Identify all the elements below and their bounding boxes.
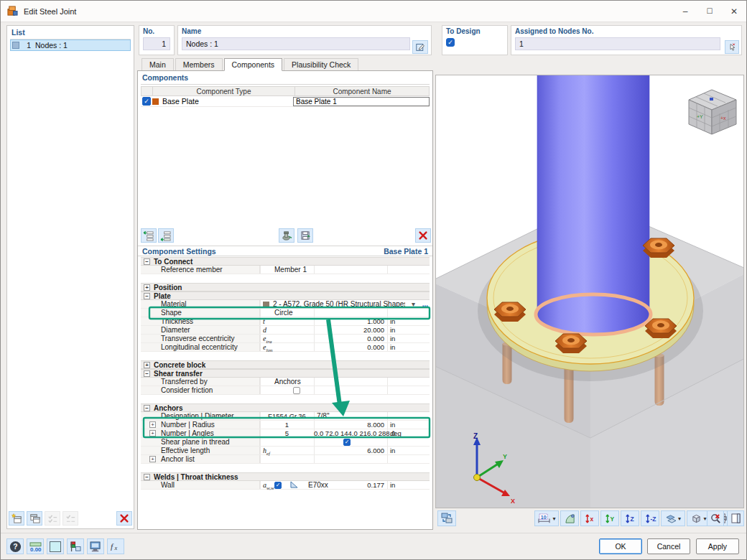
- import-component-button[interactable]: [279, 228, 294, 243]
- navigation-cube[interactable]: +Y +x: [689, 90, 736, 134]
- settings-row-longitudinal-eccentricity[interactable]: Longitudinal eccentricityelon0.000in: [141, 343, 430, 352]
- assigned-nodes-field[interactable]: 1: [515, 37, 720, 50]
- list-item[interactable]: 1Nodes : 1: [10, 39, 131, 51]
- settings-row-wall[interactable]: Wallaw,w✓E70xx0.177in: [141, 481, 430, 490]
- collapse-icon[interactable]: −: [144, 258, 150, 265]
- settings-row-consider-friction[interactable]: Consider friction: [141, 386, 430, 395]
- title-bar[interactable]: Edit Steel Joint – ☐ ✕: [1, 1, 746, 22]
- settings-row-plate[interactable]: −Plate: [141, 291, 430, 300]
- settings-row-effective-length[interactable]: Effective lengthhef6.000in: [141, 447, 430, 455]
- settings-row-material[interactable]: Material2 - A572, Grade 50 (HR Structura…: [141, 300, 430, 309]
- component-checkbox[interactable]: ✓: [142, 97, 151, 106]
- tab-main[interactable]: Main: [141, 58, 174, 71]
- view-direction-button[interactable]: ▾: [661, 510, 685, 526]
- settings-value[interactable]: 0.0 72.0 144.0 216.0 288.0: [314, 429, 384, 438]
- settings-value-text[interactable]: Anchors: [274, 378, 301, 386]
- collapse-icon[interactable]: −: [144, 405, 150, 411]
- tab-members[interactable]: Members: [175, 58, 223, 71]
- new-joint-button[interactable]: [9, 511, 24, 526]
- wall-weld-checkbox[interactable]: ✓: [274, 482, 282, 489]
- settings-value-2[interactable]: 7/8": [317, 412, 329, 421]
- settings-mid-value[interactable]: 1: [260, 421, 314, 429]
- settings-row-welds-throat-thickness[interactable]: −Welds | Throat thickness: [141, 472, 430, 481]
- render-sync-button[interactable]: [437, 510, 456, 526]
- settings-row-shear-plane-in-thread[interactable]: Shear plane in thread✓: [141, 438, 430, 447]
- settings-value-text[interactable]: Circle: [274, 309, 293, 317]
- tab-plausibility-check[interactable]: Plausibility Check: [284, 58, 358, 71]
- insert-component-button[interactable]: [141, 228, 157, 243]
- settings-row-anchor-list[interactable]: +Anchor list: [141, 455, 430, 464]
- settings-mid-value[interactable]: F1554 Gr.36: [260, 412, 314, 421]
- component-row[interactable]: ✓Base PlateBase Plate 1: [141, 96, 430, 107]
- view-minus-x-button[interactable]: x: [580, 510, 599, 526]
- settings-row-transferred-by[interactable]: Transferred byAnchors: [141, 378, 430, 386]
- settings-row-transverse-eccentricity[interactable]: Transverse eccentricityetra0.000in: [141, 335, 430, 343]
- settings-row-thickness[interactable]: Thicknesst1.000in: [141, 317, 430, 326]
- expand-icon[interactable]: +: [149, 421, 156, 428]
- panel-toggle-button[interactable]: [727, 510, 744, 526]
- comment-button[interactable]: [47, 538, 64, 554]
- settings-row-concrete-block[interactable]: +Concrete block: [141, 360, 430, 369]
- add-component-button[interactable]: [158, 228, 174, 243]
- expand-icon[interactable]: +: [149, 430, 156, 437]
- delete-joint-button[interactable]: [116, 511, 132, 526]
- to-design-checkbox[interactable]: ✓: [446, 38, 455, 47]
- standard-button[interactable]: [67, 538, 84, 554]
- chevron-down-icon[interactable]: ▾: [412, 300, 415, 309]
- settings-row-to-connect[interactable]: −To Connect: [141, 257, 430, 266]
- settings-value[interactable]: 0.000: [314, 335, 384, 343]
- settings-row-anchors[interactable]: −Anchors: [141, 403, 430, 412]
- settings-row-designation-diameter[interactable]: Designation | DiameterF1554 Gr.367/8": [141, 412, 430, 421]
- expand-icon[interactable]: +: [144, 284, 150, 291]
- settings-mid-value[interactable]: 5: [260, 429, 314, 438]
- material-select[interactable]: 2 - A572, Grade 50 (HR Structural Shapes…: [273, 300, 405, 309]
- collapse-icon[interactable]: −: [144, 370, 150, 377]
- help-button[interactable]: ?: [6, 538, 24, 554]
- settings-value[interactable]: 1.000: [314, 317, 384, 326]
- joint-list[interactable]: 1Nodes : 1: [10, 39, 131, 508]
- formula-button[interactable]: fx: [107, 538, 124, 554]
- settings-value[interactable]: 8.000: [314, 421, 384, 429]
- settings-row-number-angles[interactable]: +Number | Angles50.0 72.0 144.0 216.0 28…: [141, 429, 430, 438]
- angle-display-button[interactable]: [560, 510, 579, 526]
- settings-row-position[interactable]: +Position: [141, 283, 430, 291]
- zoom-cancel-button[interactable]: [707, 510, 724, 526]
- apply-button[interactable]: Apply: [696, 538, 739, 554]
- display-settings-button[interactable]: [87, 538, 104, 554]
- settings-value[interactable]: 0.177: [314, 481, 384, 490]
- view-minus-z-button[interactable]: -Z: [641, 510, 659, 526]
- settings-row-reference-member[interactable]: Reference memberMember 1: [141, 266, 430, 274]
- settings-row-shape[interactable]: ShapeCircle: [141, 309, 430, 317]
- close-button[interactable]: ✕: [722, 1, 746, 22]
- copy-joint-button[interactable]: [27, 511, 42, 526]
- collapse-icon[interactable]: −: [144, 293, 150, 299]
- component-name-input[interactable]: Base Plate 1: [293, 97, 430, 106]
- settings-value-text[interactable]: Member 1: [274, 266, 307, 274]
- dimension-display-button[interactable]: 10▾: [534, 510, 559, 526]
- collapse-icon[interactable]: −: [144, 474, 150, 480]
- settings-row-number-radius[interactable]: +Number | Radius18.000in: [141, 421, 430, 429]
- 3d-viewport[interactable]: +Y +x Z Y X: [435, 75, 744, 508]
- expand-icon[interactable]: +: [144, 362, 150, 368]
- units-button[interactable]: 0.00: [27, 538, 44, 554]
- save-component-button[interactable]: [297, 228, 313, 243]
- settings-checkbox[interactable]: [293, 387, 300, 394]
- select-nodes-button[interactable]: [725, 40, 739, 54]
- settings-value[interactable]: 0.000: [314, 343, 384, 352]
- name-field[interactable]: Nodes : 1: [182, 37, 410, 50]
- rename-button[interactable]: [412, 40, 428, 54]
- maximize-button[interactable]: ☐: [697, 1, 722, 22]
- view-z-button[interactable]: Z: [621, 510, 639, 526]
- expand-icon[interactable]: +: [149, 456, 156, 462]
- settings-row-shear-transfer[interactable]: −Shear transfer: [141, 369, 430, 378]
- cancel-button[interactable]: Cancel: [647, 538, 690, 554]
- settings-value[interactable]: 20.000: [314, 326, 384, 335]
- delete-component-button[interactable]: [415, 228, 431, 243]
- ok-button[interactable]: OK: [599, 538, 642, 554]
- tab-components[interactable]: Components: [224, 58, 283, 71]
- settings-checkbox[interactable]: ✓: [343, 439, 351, 446]
- minimize-button[interactable]: –: [673, 1, 697, 22]
- view-y-button[interactable]: Y: [600, 510, 619, 526]
- settings-value[interactable]: 6.000: [314, 447, 384, 455]
- material-browse-button[interactable]: ...: [422, 300, 428, 309]
